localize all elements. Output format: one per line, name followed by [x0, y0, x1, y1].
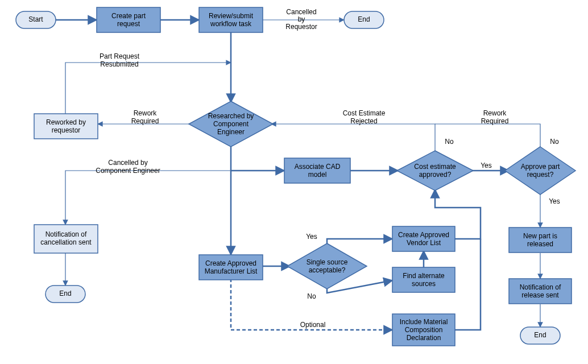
- associate-cad-node: Associate CAD model: [284, 158, 350, 183]
- lbl-rework-right-1: Rework: [483, 109, 507, 117]
- lbl-no-cost: No: [445, 138, 454, 146]
- approve-part-l1: Approve part: [521, 163, 560, 171]
- material-decl-l1: Include Material: [400, 318, 448, 326]
- cost-approved-l2: approved?: [419, 171, 452, 179]
- notify-cancel-l2: cancellation sent: [40, 238, 92, 246]
- alt-sources-l2: sources: [412, 280, 436, 288]
- researched-node: Researched by Component Engineer: [189, 101, 273, 147]
- single-source-l2: acceptable?: [309, 266, 346, 274]
- single-source-l1: Single source: [307, 258, 348, 266]
- create-avl-l1: Create Approved: [398, 231, 449, 239]
- start-node: Start: [16, 11, 56, 28]
- edge-material-join: [455, 239, 481, 330]
- lbl-cancel-ce-2: Component Engineer: [96, 167, 160, 175]
- alt-sources-node: Find alternate sources: [392, 267, 455, 292]
- researched-l2: Component: [213, 120, 249, 128]
- reworked-l2: requestor: [52, 126, 81, 134]
- end-cancel-node: End: [45, 286, 85, 303]
- review-submit-node: Review/submit workflow task: [199, 7, 263, 32]
- new-part-node: New part is released: [509, 228, 572, 253]
- reworked-node: Reworked by requestor: [34, 114, 98, 139]
- create-avl-l2: Vendor List: [407, 239, 441, 247]
- researched-l1: Researched by: [208, 112, 254, 120]
- review-submit-l1: Review/submit: [209, 12, 254, 20]
- lbl-cancel-req-2: by: [298, 15, 305, 23]
- end-release-label: End: [534, 331, 546, 339]
- edge-cost-reject: [271, 124, 435, 152]
- material-decl-node: Include Material Composition Declaration: [392, 314, 455, 346]
- notify-cancel-node: Notification of cancellation sent: [34, 225, 98, 253]
- edge-single-yes-avl: [327, 239, 392, 245]
- cost-approved-l1: Cost estimate: [414, 163, 456, 171]
- lbl-resubmit-2: Resubmitted: [100, 60, 138, 68]
- end-cancel-label: End: [59, 289, 71, 297]
- edge-rework-review: [65, 63, 231, 114]
- new-part-l1: New part is: [523, 232, 557, 240]
- lbl-single-yes: Yes: [306, 233, 317, 241]
- alt-sources-l1: Find alternate: [403, 272, 445, 280]
- cost-approved-node: Cost estimate approved?: [397, 151, 473, 191]
- material-decl-l3: Declaration: [407, 334, 441, 342]
- create-request-l2: request: [117, 20, 140, 28]
- researched-l3: Engineer: [217, 128, 245, 136]
- notify-release-l2: release sent: [521, 291, 559, 299]
- create-avl-node: Create Approved Vendor List: [392, 226, 455, 251]
- lbl-rework-left-2: Required: [131, 117, 159, 125]
- notify-release-l1: Notification of: [520, 283, 561, 291]
- lbl-no-appr: No: [550, 138, 559, 146]
- associate-cad-l2: model: [308, 171, 327, 179]
- lbl-cancel-req-3: Requestor: [285, 23, 317, 31]
- lbl-rework-left-1: Rework: [134, 109, 158, 117]
- review-submit-l2: workflow task: [210, 20, 252, 28]
- lbl-rework-right-2: Required: [481, 117, 509, 125]
- reworked-l1: Reworked by: [46, 118, 86, 126]
- end-top-node: End: [344, 11, 384, 28]
- create-request-node: Create part request: [97, 7, 160, 32]
- create-aml-l2: Manufacturer List: [205, 267, 258, 275]
- lbl-cost-rej-1: Cost Estimate: [343, 109, 386, 117]
- lbl-yes-appr: Yes: [549, 197, 560, 205]
- create-request-l1: Create part: [111, 12, 146, 20]
- lbl-cancel-req-1: Cancelled: [286, 8, 316, 16]
- approve-part-node: Approve part request?: [505, 147, 575, 195]
- lbl-single-no: No: [307, 292, 316, 300]
- single-source-node: Single source acceptable?: [287, 243, 367, 289]
- end-release-node: End: [520, 327, 560, 344]
- lbl-cost-rej-2: Rejected: [350, 117, 377, 125]
- end-top-label: End: [358, 15, 370, 23]
- lbl-yes-cost: Yes: [481, 162, 492, 169]
- notify-cancel-l1: Notification of: [45, 230, 87, 238]
- material-decl-l2: Composition: [405, 326, 443, 334]
- start-label: Start: [28, 15, 43, 23]
- lbl-optional: Optional: [300, 321, 326, 329]
- associate-cad-l1: Associate CAD: [295, 163, 341, 171]
- lbl-cancel-ce-1: Cancelled by: [108, 159, 147, 167]
- new-part-l2: released: [527, 240, 553, 248]
- approve-part-l2: request?: [527, 171, 554, 179]
- lbl-resubmit-1: Part Request: [100, 52, 140, 60]
- create-aml-node: Create Approved Manufacturer List: [199, 255, 263, 280]
- notify-release-node: Notification of release sent: [509, 279, 572, 304]
- create-aml-l1: Create Approved: [205, 259, 256, 267]
- edge-cancel-ce: [65, 171, 231, 225]
